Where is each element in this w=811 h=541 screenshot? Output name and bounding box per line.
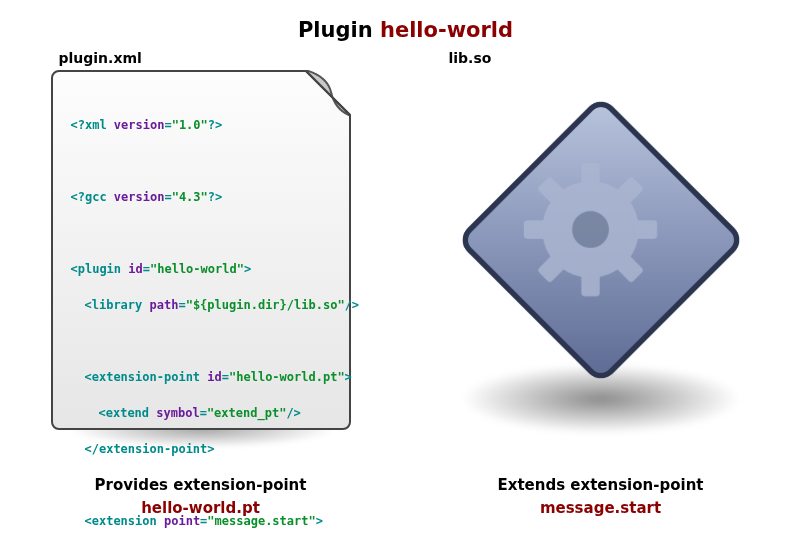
tok: version	[114, 190, 165, 204]
right-file-label: lib.so	[449, 50, 492, 66]
tok: =	[164, 190, 171, 204]
tok: symbol	[156, 406, 199, 420]
tok: >	[244, 262, 251, 276]
tok: =	[164, 118, 171, 132]
tok: />	[345, 298, 359, 312]
tok: <?gcc	[71, 190, 114, 204]
tok: id	[128, 262, 142, 276]
doc-card: <?xml version="1.0"?> <?gcc version="4.3…	[51, 70, 351, 430]
tok: =	[178, 298, 185, 312]
xml-code: <?xml version="1.0"?> <?gcc version="4.3…	[71, 98, 335, 541]
tok: "${plugin.dir}/lib.so"	[186, 298, 345, 312]
tok: ?>	[208, 118, 222, 132]
tok: ?>	[208, 190, 222, 204]
title-name: hello-world	[380, 18, 513, 42]
right-column: lib.so	[441, 50, 761, 519]
tok: <extension-point	[85, 370, 208, 384]
tok: "hello-world"	[150, 262, 244, 276]
tok: </extension-point>	[85, 442, 215, 456]
tok: =	[143, 262, 150, 276]
title-prefix: Plugin	[298, 18, 380, 42]
page-fold-icon	[305, 70, 351, 116]
gears-icon	[441, 80, 761, 400]
page-title: Plugin hello-world	[0, 0, 811, 42]
tok: point	[164, 514, 200, 528]
tok: />	[286, 406, 300, 420]
left-file-label: plugin.xml	[59, 50, 142, 66]
tok: id	[207, 370, 221, 384]
tok: "1.0"	[172, 118, 208, 132]
tok: >	[345, 370, 352, 384]
tok: <extend	[99, 406, 157, 420]
tok: "hello-world.pt"	[229, 370, 345, 384]
tok: <?xml	[71, 118, 114, 132]
left-column: plugin.xml <?xml version="1.0"?> <?gcc v…	[51, 50, 351, 519]
tok: <library	[85, 298, 150, 312]
tok: <plugin	[71, 262, 129, 276]
right-caption: Extends extension-point message.start	[497, 474, 703, 519]
tok: path	[150, 298, 179, 312]
tok: "extend_pt"	[207, 406, 286, 420]
tok: "4.3"	[172, 190, 208, 204]
main-row: plugin.xml <?xml version="1.0"?> <?gcc v…	[0, 50, 811, 519]
tok: version	[114, 118, 165, 132]
tok: =	[200, 406, 207, 420]
tok: "message.start"	[207, 514, 315, 528]
tok: =	[222, 370, 229, 384]
caption-line1: Extends extension-point	[497, 476, 703, 494]
xml-document: <?xml version="1.0"?> <?gcc version="4.3…	[51, 70, 351, 430]
tok: >	[316, 514, 323, 528]
tok: <extension	[85, 514, 164, 528]
gear-graphic	[441, 70, 761, 430]
caption-line2: message.start	[497, 497, 703, 520]
